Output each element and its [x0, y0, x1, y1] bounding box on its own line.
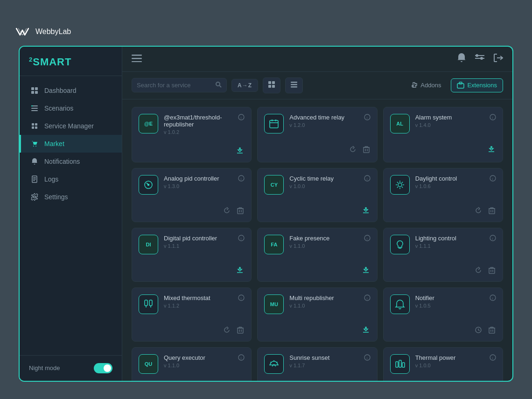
- filter-header-icon[interactable]: [475, 54, 484, 64]
- card-action-refresh-analog-pid[interactable]: [222, 206, 231, 217]
- brand-sup: 2: [29, 56, 33, 63]
- svg-rect-6: [31, 110, 38, 111]
- logout-icon[interactable]: [494, 54, 503, 64]
- card-info-icon-multi-republisher[interactable]: i: [364, 294, 371, 302]
- card-action-download-ex3mat1[interactable]: [235, 146, 245, 157]
- card-ex3mat1: @E @ex3mat1/threshold-republisher v 1.0.…: [132, 107, 252, 162]
- card-header-multi-republisher: MU Multi republisher v 1.1.0 i: [264, 294, 370, 314]
- card-action-clock-notifier[interactable]: [474, 325, 483, 336]
- card-action-refresh-mixed-thermostat[interactable]: [222, 325, 231, 336]
- card-action-download-multi-republisher[interactable]: [361, 325, 371, 336]
- svg-rect-10: [32, 126, 34, 129]
- card-action-refresh-lighting-control[interactable]: [474, 266, 483, 277]
- search-input[interactable]: [137, 82, 211, 89]
- svg-rect-153: [402, 363, 405, 367]
- card-action-download-alarm-system[interactable]: [487, 145, 496, 156]
- card-action-delete-daylight-control[interactable]: [488, 206, 496, 217]
- card-info-icon-cyclic-time-relay[interactable]: i: [364, 175, 371, 183]
- card-info-icon-mixed-thermostat[interactable]: i: [238, 294, 245, 302]
- notifications-icon: [30, 157, 39, 166]
- card-icon-daylight-control: [390, 175, 410, 195]
- svg-point-57: [148, 184, 149, 185]
- card-info-icon-alarm-system[interactable]: i: [490, 114, 496, 122]
- market-label: Market: [44, 140, 64, 147]
- card-action-download-digital-pid[interactable]: [235, 266, 245, 277]
- card-action-refresh-daylight-control[interactable]: [474, 206, 483, 217]
- card-title-analog-pid: Analog pid controller: [164, 175, 232, 182]
- svg-text:i: i: [241, 177, 242, 180]
- svg-rect-30: [268, 85, 271, 88]
- card-action-download-fake-presence[interactable]: [361, 266, 371, 277]
- svg-rect-20: [132, 61, 142, 62]
- card-sunrise-sunset: Sunrise sunset v 1.1.7 i: [257, 347, 377, 381]
- card-action-delete-notifier[interactable]: [488, 325, 496, 336]
- card-footer-digital-pid: [139, 266, 245, 277]
- card-info-icon-analog-pid[interactable]: i: [238, 175, 245, 183]
- svg-rect-125: [489, 328, 495, 333]
- scenarios-icon: [30, 104, 39, 112]
- card-info-sunrise-sunset: Sunrise sunset v 1.1.7: [289, 354, 358, 368]
- card-action-delete-lighting-control[interactable]: [488, 266, 496, 277]
- card-action-download-cyclic-time-relay[interactable]: [361, 206, 371, 217]
- card-info-icon-thermal-power[interactable]: i: [490, 354, 496, 362]
- card-action-delete-advanced-time-relay[interactable]: [362, 145, 371, 156]
- sort-button[interactable]: A→Z: [231, 79, 258, 92]
- card-title-cyclic-time-relay: Cyclic time relay: [289, 175, 358, 182]
- night-mode-toggle[interactable]: [94, 363, 112, 373]
- card-info-icon-notifier[interactable]: i: [490, 294, 496, 302]
- svg-text:i: i: [241, 356, 242, 359]
- scenarios-label: Scenarios: [44, 105, 73, 112]
- card-footer-alarm-system: [390, 145, 496, 156]
- svg-point-13: [35, 146, 36, 147]
- sidebar-item-scenarios[interactable]: Scenarios: [20, 99, 122, 117]
- svg-rect-60: [238, 209, 243, 214]
- svg-rect-33: [291, 84, 297, 85]
- card-title-multi-republisher: Multi republisher: [289, 294, 358, 301]
- night-mode-section: Night mode: [20, 355, 122, 381]
- card-notifier: Notifier v 1.0.5 i: [383, 287, 503, 342]
- card-fake-presence: FA Fake presence v 1.1.0 i: [257, 228, 377, 282]
- list-view-button[interactable]: [285, 77, 303, 93]
- sidebar-item-market[interactable]: Market: [20, 135, 122, 153]
- notification-header-icon[interactable]: [457, 53, 466, 65]
- card-title-alarm-system: Alarm system: [415, 114, 484, 121]
- sidebar-item-dashboard[interactable]: Dashboard: [20, 82, 122, 99]
- card-info-icon-query-executor[interactable]: i: [238, 354, 245, 362]
- card-action-delete-analog-pid[interactable]: [236, 206, 245, 217]
- extensions-button[interactable]: Extensions: [451, 78, 503, 92]
- card-footer-fake-presence: [264, 266, 370, 277]
- sidebar-item-settings[interactable]: Settings: [20, 188, 122, 206]
- card-version-fake-presence: v 1.1.0: [289, 243, 358, 249]
- card-info-lighting-control: Lighting control v 1.1.1: [415, 235, 484, 249]
- notifications-label: Notifications: [44, 158, 80, 165]
- card-info-icon-daylight-control[interactable]: i: [490, 175, 496, 183]
- card-analog-pid: Analog pid controller v 1.3.0 i: [132, 168, 252, 222]
- card-info-mixed-thermostat: Mixed thermostat v 1.1.2: [164, 294, 232, 308]
- card-info-icon-ex3mat1[interactable]: i: [238, 114, 245, 122]
- svg-rect-28: [268, 81, 271, 84]
- header-left: [132, 54, 142, 64]
- card-info-notifier: Notifier v 1.0.5: [415, 294, 484, 308]
- card-info-icon-lighting-control[interactable]: i: [490, 235, 496, 243]
- card-action-refresh-advanced-time-relay[interactable]: [348, 145, 357, 156]
- card-mixed-thermostat: Mixed thermostat v 1.1.2 i: [132, 287, 252, 342]
- card-info-icon-digital-pid[interactable]: i: [238, 235, 245, 243]
- card-info-icon-fake-presence[interactable]: i: [364, 235, 371, 243]
- extensions-label: Extensions: [467, 82, 497, 89]
- card-header-sunrise-sunset: Sunrise sunset v 1.1.7 i: [264, 354, 370, 374]
- toolbar: A→Z Addons Extensions: [122, 72, 512, 99]
- card-header-cyclic-time-relay: CY Cyclic time relay v 1.0.0 i: [264, 175, 370, 195]
- card-footer-daylight-control: [390, 206, 496, 217]
- card-action-delete-mixed-thermostat[interactable]: [236, 325, 245, 336]
- card-info-icon-advanced-time-relay[interactable]: i: [364, 114, 371, 122]
- menu-icon[interactable]: [132, 54, 142, 64]
- card-info-icon-sunrise-sunset[interactable]: i: [364, 354, 371, 362]
- svg-rect-29: [272, 81, 275, 84]
- addons-button[interactable]: Addons: [404, 78, 447, 92]
- grid-view-button[interactable]: [263, 77, 280, 93]
- svg-rect-17: [33, 180, 35, 181]
- sidebar-item-service-manager[interactable]: Service Manager: [20, 117, 122, 135]
- dashboard-label: Dashboard: [44, 87, 77, 94]
- sidebar-item-logs[interactable]: Logs: [20, 170, 122, 188]
- sidebar-item-notifications[interactable]: Notifications: [20, 153, 122, 170]
